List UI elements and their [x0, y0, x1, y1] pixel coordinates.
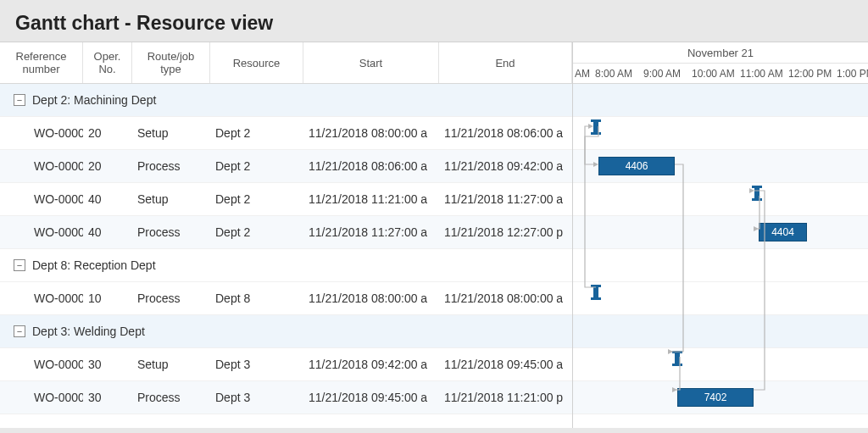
column-headers: Reference number Oper. No. Route/job typ…	[0, 42, 572, 84]
cell-end: 11/21/2018 08:00:00 a	[439, 291, 572, 305]
cell-end: 11/21/2018 11:27:00 a	[439, 192, 572, 206]
cell-type: Process	[132, 291, 210, 305]
cell-resource: Dept 3	[210, 358, 303, 371]
gantt-marker[interactable]	[754, 188, 760, 198]
cell-oper: 30	[83, 391, 132, 404]
timeline-hour: AM	[573, 64, 593, 84]
cell-reference: WO-00000	[0, 126, 83, 140]
cell-start: 11/21/2018 09:45:00 a	[303, 391, 439, 404]
cell-resource: Dept 2	[210, 159, 303, 173]
page-title: Gantt chart - Resource view	[0, 0, 868, 42]
grid-panel: Reference number Oper. No. Route/job typ…	[0, 42, 572, 428]
cell-end: 11/21/2018 09:42:00 a	[439, 159, 572, 173]
gantt-row[interactable]	[573, 348, 868, 381]
group-label: Dept 8: Reception Dept	[32, 258, 156, 272]
col-resource[interactable]: Resource	[210, 42, 303, 83]
group-label: Dept 3: Welding Dept	[32, 325, 145, 338]
cell-resource: Dept 3	[210, 391, 303, 404]
cell-start: 11/21/2018 08:00:00 a	[303, 126, 439, 140]
gantt-bar[interactable]: 4404	[759, 223, 807, 241]
cell-type: Setup	[132, 126, 210, 140]
gantt-row[interactable]: 4406	[573, 150, 868, 183]
col-route-type[interactable]: Route/job type	[132, 42, 210, 83]
cell-oper: 20	[83, 159, 132, 173]
group-label: Dept 2: Machining Dept	[32, 93, 156, 107]
gantt-bar[interactable]: 4406	[598, 157, 675, 175]
group-header[interactable]: −Dept 3: Welding Dept	[0, 315, 572, 348]
table-row[interactable]: WO-0000040ProcessDept 211/21/2018 11:27:…	[0, 216, 572, 249]
gantt-bar[interactable]: 7402	[677, 388, 754, 407]
gantt-row[interactable]: 7402	[573, 381, 868, 414]
cell-reference: WO-00000	[0, 291, 83, 305]
cell-resource: Dept 2	[210, 126, 303, 140]
collapse-icon[interactable]: −	[14, 94, 25, 106]
group-header[interactable]: −Dept 8: Reception Dept	[0, 249, 572, 282]
col-start[interactable]: Start	[303, 42, 439, 83]
cell-end: 11/21/2018 09:45:00 a	[439, 358, 572, 371]
cell-type: Process	[132, 225, 210, 239]
timeline-header: November 21 AM8:00 AM9:00 AM10:00 AM11:0…	[573, 42, 868, 84]
timeline-hour: 1:00 PM	[835, 64, 868, 84]
cell-start: 11/21/2018 08:00:00 a	[303, 291, 439, 305]
col-reference[interactable]: Reference number	[0, 42, 83, 83]
cell-end: 11/21/2018 08:06:00 a	[439, 126, 572, 140]
cell-oper: 40	[83, 192, 132, 206]
gantt-panel[interactable]: November 21 AM8:00 AM9:00 AM10:00 AM11:0…	[572, 42, 868, 428]
cell-start: 11/21/2018 09:42:00 a	[303, 358, 439, 371]
timeline-hour: 10:00 AM	[690, 64, 738, 84]
cell-reference: WO-00000	[0, 159, 83, 173]
cell-start: 11/21/2018 11:27:00 a	[303, 225, 439, 239]
timeline-hour: 8:00 AM	[593, 64, 642, 84]
cell-type: Setup	[132, 192, 210, 206]
cell-resource: Dept 2	[210, 225, 303, 239]
collapse-icon[interactable]: −	[14, 325, 25, 337]
cell-resource: Dept 8	[210, 291, 303, 305]
table-row[interactable]: WO-0000040SetupDept 211/21/2018 11:21:00…	[0, 183, 572, 216]
gantt-row[interactable]	[573, 117, 868, 150]
gantt-row[interactable]	[573, 282, 868, 315]
cell-end: 11/21/2018 12:27:00 p	[439, 225, 572, 239]
cell-type: Setup	[132, 358, 210, 371]
timeline-hour: 12:00 PM	[787, 64, 835, 84]
gantt-marker[interactable]	[675, 353, 680, 364]
cell-oper: 30	[83, 358, 132, 371]
cell-oper: 20	[83, 126, 132, 140]
table-row[interactable]: WO-0000010ProcessDept 811/21/2018 08:00:…	[0, 282, 572, 315]
gantt-row[interactable]	[573, 183, 868, 216]
cell-resource: Dept 2	[210, 192, 303, 206]
cell-end: 11/21/2018 11:21:00 p	[439, 391, 572, 404]
col-end[interactable]: End	[439, 42, 572, 83]
timeline-month: November 21	[573, 42, 868, 64]
gantt-marker[interactable]	[593, 287, 598, 297]
cell-oper: 10	[83, 291, 132, 305]
table-row[interactable]: WO-0000030ProcessDept 311/21/2018 09:45:…	[0, 381, 572, 414]
table-row[interactable]: WO-0000020SetupDept 211/21/2018 08:00:00…	[0, 117, 572, 150]
table-row[interactable]: WO-0000020ProcessDept 211/21/2018 08:06:…	[0, 150, 572, 183]
col-oper-no[interactable]: Oper. No.	[83, 42, 132, 83]
cell-type: Process	[132, 391, 210, 404]
table-row[interactable]: WO-0000030SetupDept 311/21/2018 09:42:00…	[0, 348, 572, 381]
group-header[interactable]: −Dept 2: Machining Dept	[0, 84, 572, 117]
cell-type: Process	[132, 159, 210, 173]
cell-reference: WO-00000	[0, 225, 83, 239]
gantt-marker[interactable]	[593, 122, 598, 132]
cell-start: 11/21/2018 08:06:00 a	[303, 159, 439, 173]
timeline-hour: 9:00 AM	[642, 64, 690, 84]
cell-oper: 40	[83, 225, 132, 239]
cell-reference: WO-00000	[0, 358, 83, 371]
cell-reference: WO-00000	[0, 192, 83, 206]
collapse-icon[interactable]: −	[14, 259, 25, 271]
cell-start: 11/21/2018 11:21:00 a	[303, 192, 439, 206]
cell-reference: WO-00000	[0, 391, 83, 404]
gantt-row[interactable]: 4404	[573, 216, 868, 249]
timeline-hour: 11:00 AM	[738, 64, 787, 84]
